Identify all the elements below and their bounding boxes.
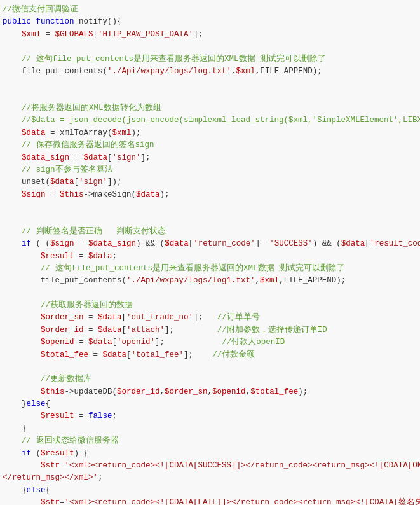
line-3: $xml = $GLOBALS['HTTP_RAW_POST_DATA']; — [0, 29, 420, 41]
line-2: public function notify(){ — [0, 16, 420, 28]
line-41: $str='<xml><return_code><![CDATA[FAIL]]>… — [0, 497, 420, 505]
line-21: $result = $data; — [0, 251, 420, 263]
line-22: // 这句file_put_contents是用来查看服务器返回的XML数据 测… — [0, 263, 420, 275]
line-31: //更新数据库 — [0, 373, 420, 385]
line-18 — [0, 213, 420, 225]
line-12: // 保存微信服务器返回的签名sign — [0, 139, 420, 151]
line-15: unset($data['sign']); — [0, 176, 420, 188]
line-35: } — [0, 423, 420, 435]
line-39: </return_msg></xml>'; — [0, 472, 420, 484]
line-37: if ($result) { — [0, 448, 420, 460]
line-40: }else{ — [0, 485, 420, 497]
line-25: //获取服务器返回的数据 — [0, 300, 420, 312]
line-24 — [0, 287, 420, 300]
line-17 — [0, 201, 420, 213]
line-32: $this->updateDB($order_id,$order_sn,$ope… — [0, 386, 420, 398]
line-19: // 判断签名是否正确 判断支付状态 — [0, 226, 420, 238]
line-1: //微信支付回调验证 — [0, 4, 420, 16]
code-block: //微信支付回调验证 public function notify(){ $xm… — [0, 0, 420, 505]
line-20: if ( ($sign===$data_sign) && ($data['ret… — [0, 238, 420, 250]
line-14: // sign不参与签名算法 — [0, 164, 420, 176]
line-34: $result = false; — [0, 410, 420, 422]
line-13: $data_sign = $data['sign']; — [0, 152, 420, 164]
line-6: file_put_contents('./Api/wxpay/logs/log.… — [0, 66, 420, 78]
line-5: // 这句file_put_contents是用来查看服务器返回的XML数据 测… — [0, 53, 420, 66]
line-10: //$data = json_decode(json_encode(simple… — [0, 114, 420, 127]
line-38: $str='<xml><return_code><![CDATA[SUCCESS… — [0, 460, 420, 472]
line-27: $order_id = $data['attach']; //附加参数，选择传递… — [0, 324, 420, 336]
line-26: $order_sn = $data['out_trade_no']; //订单单… — [0, 312, 420, 324]
line-30 — [0, 361, 420, 373]
line-4 — [0, 41, 420, 53]
line-7 — [0, 78, 420, 90]
line-33: }else{ — [0, 398, 420, 410]
line-36: // 返回状态给微信服务器 — [0, 435, 420, 447]
line-11: $data = xmlToArray($xml); — [0, 127, 420, 139]
line-9: //将服务器返回的XML数据转化为数组 — [0, 102, 420, 114]
line-29: $total_fee = $data['total_fee']; //付款金额 — [0, 349, 420, 361]
line-16: $sign = $this->makeSign($data); — [0, 189, 420, 201]
line-23: file_put_contents('./Api/wxpay/logs/log1… — [0, 275, 420, 287]
line-8 — [0, 90, 420, 102]
line-28: $openid = $data['openid']; //付款人openID — [0, 336, 420, 349]
